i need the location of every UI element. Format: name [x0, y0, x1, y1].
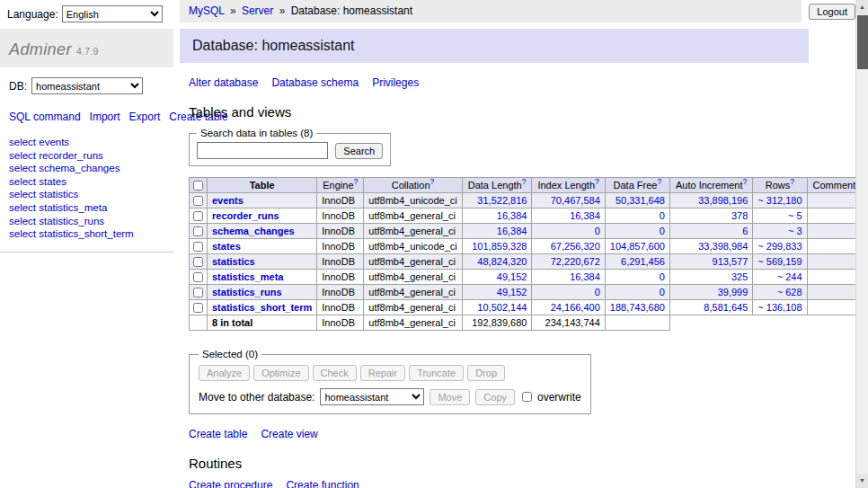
table-name-link[interactable]: recorder_runs: [212, 210, 279, 221]
db-action-link[interactable]: Database schema: [271, 76, 359, 89]
sidebar-table-link[interactable]: select statistics_runs: [9, 215, 164, 228]
move-button[interactable]: Move: [430, 389, 470, 405]
column-help-link[interactable]: ?: [743, 177, 748, 186]
data-free-value-link[interactable]: 6,291,456: [621, 256, 665, 267]
data-free-value-link[interactable]: 0: [660, 210, 665, 221]
table-name-link[interactable]: events: [212, 195, 244, 206]
row-checkbox[interactable]: [193, 196, 203, 206]
language-select[interactable]: English: [62, 5, 163, 22]
data-length-value-link[interactable]: 31,522,816: [477, 195, 527, 206]
table-name-link[interactable]: statistics_short_term: [212, 302, 312, 313]
column-help-link[interactable]: ?: [595, 177, 599, 186]
sidebar-action-link[interactable]: Import: [90, 111, 120, 123]
data-length-value-link[interactable]: 101,859,328: [472, 241, 527, 252]
rows-value-link[interactable]: ~ 628: [777, 287, 802, 297]
bulk-drop-button[interactable]: Drop: [467, 365, 505, 381]
bulk-optimize-button[interactable]: Optimize: [253, 365, 308, 381]
auto-increment-value-link[interactable]: 6: [742, 226, 748, 236]
data-free-value-link[interactable]: 0: [660, 287, 665, 297]
auto-increment-value-link[interactable]: 39,999: [718, 287, 748, 297]
table-name-link[interactable]: statistics: [212, 256, 255, 267]
routine-link[interactable]: Create procedure: [189, 479, 272, 488]
scrollbar-thumb[interactable]: [857, 15, 868, 69]
index-length-value-link[interactable]: 24,166,400: [551, 302, 600, 313]
auto-increment-value-link[interactable]: 378: [731, 210, 748, 221]
rows-value-link[interactable]: ~ 569,159: [757, 256, 802, 267]
index-length-value-link[interactable]: 72,220,672: [551, 256, 600, 267]
sidebar-action-link[interactable]: SQL command: [9, 111, 81, 123]
data-length-value-link[interactable]: 10,502,144: [477, 302, 527, 313]
bulk-analyze-button[interactable]: Analyze: [199, 365, 250, 381]
row-checkbox[interactable]: [193, 211, 203, 221]
column-help-link[interactable]: ?: [354, 177, 359, 186]
auto-increment-value-link[interactable]: 8,581,645: [704, 302, 748, 313]
breadcrumb-link-server[interactable]: Server: [242, 4, 273, 17]
column-help-link[interactable]: ?: [430, 177, 435, 186]
sidebar-table-link[interactable]: select states: [9, 175, 164, 189]
index-length-value-link[interactable]: 16,384: [570, 271, 600, 282]
sidebar-action-link[interactable]: Export: [129, 111, 161, 123]
row-checkbox[interactable]: [193, 226, 203, 236]
data-length-value-link[interactable]: 49,152: [497, 271, 527, 282]
row-checkbox[interactable]: [193, 257, 203, 267]
column-help-link[interactable]: ?: [522, 177, 527, 186]
auto-increment-value-link[interactable]: 325: [731, 271, 748, 282]
rows-value-link[interactable]: ~ 136,108: [757, 302, 802, 313]
routine-link[interactable]: Create function: [286, 479, 359, 488]
auto-increment-value-link[interactable]: 913,577: [713, 256, 748, 267]
index-length-value-link[interactable]: 16,384: [570, 210, 600, 221]
data-free-value-link[interactable]: 0: [660, 271, 665, 282]
bulk-truncate-button[interactable]: Truncate: [409, 365, 464, 381]
table-name-link[interactable]: schema_changes: [212, 226, 295, 236]
column-help-link[interactable]: ?: [657, 177, 661, 186]
db-select[interactable]: homeassistant: [31, 77, 143, 94]
data-free-value-link[interactable]: 50,331,648: [616, 195, 665, 206]
sidebar-table-link[interactable]: select statistics_short_term: [9, 227, 164, 241]
breadcrumb-link-mysql[interactable]: MySQL: [189, 4, 225, 17]
auto-increment-value-link[interactable]: 33,898,196: [698, 195, 748, 206]
data-free-value-link[interactable]: 104,857,600: [610, 241, 665, 252]
index-length-value-link[interactable]: 67,256,320: [551, 241, 600, 252]
create-link[interactable]: Create view: [261, 428, 317, 440]
row-checkbox[interactable]: [193, 242, 203, 252]
row-checkbox[interactable]: [193, 272, 203, 282]
data-free-value-link[interactable]: 0: [660, 226, 665, 236]
copy-button[interactable]: Copy: [475, 389, 515, 405]
column-help-link[interactable]: ?: [790, 177, 794, 186]
select-all-checkbox[interactable]: [193, 181, 203, 191]
table-name-link[interactable]: statistics_meta: [212, 271, 284, 282]
rows-value-link[interactable]: ~ 5: [788, 210, 802, 221]
data-length-value-link[interactable]: 16,384: [497, 210, 527, 221]
sidebar-table-link[interactable]: select recorder_runs: [9, 149, 164, 163]
logout-button[interactable]: Logout: [809, 4, 855, 20]
data-length-value-link[interactable]: 49,152: [497, 287, 527, 297]
db-action-link[interactable]: Alter database: [189, 76, 258, 89]
table-name-link[interactable]: states: [212, 241, 241, 252]
row-checkbox[interactable]: [193, 303, 203, 313]
bulk-repair-button[interactable]: Repair: [360, 365, 405, 381]
sidebar-table-link[interactable]: select statistics: [9, 188, 164, 201]
rows-value-link[interactable]: ~ 299,833: [757, 241, 802, 252]
data-length-value-link[interactable]: 16,384: [497, 226, 527, 236]
sidebar-table-link[interactable]: select schema_changes: [9, 162, 164, 175]
auto-increment-value-link[interactable]: 33,398,984: [698, 241, 748, 252]
overwrite-checkbox[interactable]: [522, 392, 532, 402]
index-length-value-link[interactable]: 0: [595, 287, 600, 297]
rows-value-link[interactable]: ~ 312,180: [757, 195, 802, 206]
index-length-value-link[interactable]: 0: [595, 226, 600, 236]
rows-value-link[interactable]: ~ 3: [788, 226, 802, 236]
sidebar-table-link[interactable]: select events: [9, 136, 164, 149]
search-button[interactable]: Search: [335, 143, 383, 159]
table-name-link[interactable]: statistics_runs: [212, 287, 282, 297]
bulk-check-button[interactable]: Check: [313, 365, 357, 381]
move-db-select[interactable]: homeassistant: [320, 388, 424, 405]
search-input[interactable]: [197, 142, 328, 159]
data-free-value-link[interactable]: 188,743,680: [610, 302, 665, 313]
adminer-logo-link[interactable]: Adminer: [9, 40, 72, 58]
scroll-down-icon[interactable]: ▼: [856, 474, 868, 488]
data-length-value-link[interactable]: 48,824,320: [477, 256, 527, 267]
scroll-up-icon[interactable]: ▲: [856, 0, 868, 14]
db-action-link[interactable]: Privileges: [372, 76, 419, 89]
rows-value-link[interactable]: ~ 244: [777, 271, 802, 282]
row-checkbox[interactable]: [193, 288, 203, 297]
